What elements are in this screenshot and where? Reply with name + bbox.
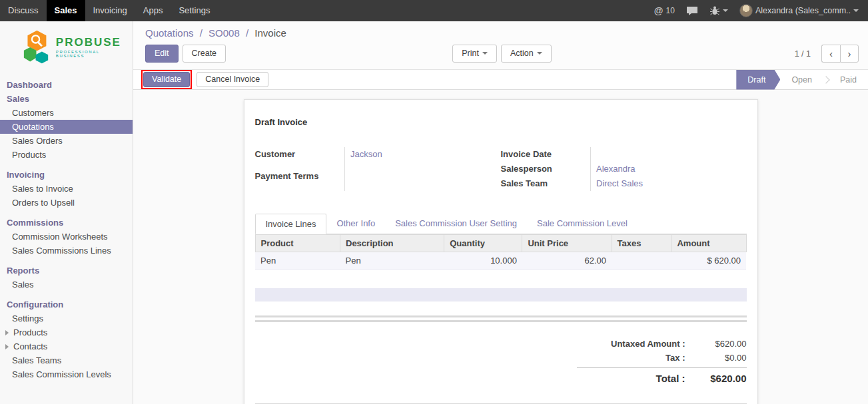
sidebar-item-label: Contacts	[13, 341, 47, 351]
app-menus: Discuss Sales Invoicing Apps Settings	[0, 0, 218, 21]
pager-previous-button[interactable]: ‹	[821, 45, 840, 63]
sidebar-item-label: Products	[13, 327, 47, 337]
separator-line	[255, 315, 747, 317]
sidebar-item-commission-worksheets[interactable]: Commission Worksheets	[0, 230, 133, 244]
table-header-row: Product Description Quantity Unit Price …	[255, 235, 746, 252]
sales-team-value[interactable]: Direct Sales	[596, 178, 643, 188]
customer-value[interactable]: Jackson	[350, 149, 382, 159]
sidebar-header-invoicing[interactable]: Invoicing	[0, 168, 133, 182]
sidebar-item-reports-sales[interactable]: Sales	[0, 278, 133, 292]
cell-unit-price: 62.00	[522, 252, 612, 270]
pager-next-button[interactable]: ›	[840, 45, 859, 63]
sidebar-item-dashboard[interactable]: Dashboard	[0, 78, 133, 92]
sidebar-item-sales-to-invoice[interactable]: Sales to Invoice	[0, 182, 133, 196]
validate-button[interactable]: Validate	[143, 72, 190, 87]
logo-title: PROBUSE	[56, 37, 129, 49]
invoice-sheet: Draft Invoice Customer Jackson Payment T…	[244, 99, 758, 404]
breadcrumb-so008[interactable]: SO008	[209, 27, 240, 39]
notebook-tabs: Invoice Lines Other Info Sales Commissio…	[255, 214, 747, 234]
cancel-invoice-button[interactable]: Cancel Invoice	[197, 72, 268, 87]
activity-menu[interactable]: @ 10	[654, 5, 675, 16]
salesperson-label: Salesperson	[501, 162, 591, 176]
col-header-unit-price[interactable]: Unit Price	[522, 235, 612, 252]
status-step-open[interactable]: Open	[780, 70, 823, 90]
annotation-highlight-box: Validate	[141, 70, 192, 89]
col-header-product[interactable]: Product	[255, 235, 340, 252]
breadcrumb-quotations[interactable]: Quotations	[145, 27, 194, 39]
sidebar-item-sales-teams[interactable]: Sales Teams	[0, 353, 133, 367]
user-menu[interactable]: Alexandra (Sales_comm..	[739, 4, 859, 17]
tab-invoice-lines[interactable]: Invoice Lines	[255, 214, 327, 234]
topbar-systray: @ 10 Alexandra (Sales_comm..	[654, 0, 868, 21]
create-button[interactable]: Create	[183, 45, 226, 63]
invoice-line-row[interactable]: Pen Pen 10.000 62.00 $ 620.00	[255, 252, 746, 270]
menu-apps[interactable]: Apps	[135, 0, 171, 21]
cell-amount: $ 620.00	[671, 252, 746, 270]
menu-discuss[interactable]: Discuss	[0, 0, 47, 21]
breadcrumb-current: Invoice	[254, 27, 286, 39]
sidebar-item-config-products[interactable]: Products	[0, 325, 133, 339]
form-button-bar: Validate Cancel Invoice Draft Open Paid	[133, 70, 868, 90]
field-group-right: Invoice Date Salesperson Alexandra Sales…	[501, 147, 747, 191]
tab-other-info[interactable]: Other Info	[326, 214, 385, 234]
menu-invoicing[interactable]: Invoicing	[85, 0, 135, 21]
user-name: Alexandra (Sales_comm..	[755, 6, 851, 15]
breadcrumb-separator: /	[200, 27, 203, 39]
field-groups: Customer Jackson Payment Terms Invoice D…	[255, 147, 747, 191]
probuse-logo[interactable]: PROBUSE PROFESSIONAL BUSINESS	[0, 21, 133, 72]
caret-down-icon	[853, 9, 859, 15]
sidebar-header-configuration[interactable]: Configuration	[0, 298, 133, 311]
action-dropdown[interactable]: Action	[501, 45, 552, 63]
sidebar-item-customers[interactable]: Customers	[0, 106, 133, 120]
tax-label: Tax :	[665, 353, 685, 363]
sidebar-header-commissions[interactable]: Commissions	[0, 216, 133, 230]
col-header-taxes[interactable]: Taxes	[612, 235, 671, 252]
sidebar-item-settings[interactable]: Settings	[0, 311, 133, 325]
menu-settings[interactable]: Settings	[171, 0, 218, 21]
tab-sales-commission-user-setting[interactable]: Sales Commission User Setting	[385, 214, 527, 234]
control-panel: Quotations / SO008 / Invoice Edit Create…	[133, 21, 868, 70]
cell-taxes	[612, 252, 671, 270]
total-value: $620.00	[685, 373, 747, 384]
caret-down-icon	[482, 52, 488, 57]
status-step-paid[interactable]: Paid	[829, 70, 868, 90]
debug-menu[interactable]	[709, 5, 728, 16]
top-navbar: Discuss Sales Invoicing Apps Settings @ …	[0, 0, 868, 21]
empty-list-stripe	[255, 288, 747, 302]
sidebar-item-sales-commission-levels[interactable]: Sales Commission Levels	[0, 367, 133, 381]
main-area: Quotations / SO008 / Invoice Edit Create…	[133, 21, 868, 404]
col-header-description[interactable]: Description	[340, 235, 444, 252]
untaxed-amount-value: $620.00	[685, 339, 747, 349]
breadcrumb: Quotations / SO008 / Invoice	[145, 27, 859, 39]
col-header-amount[interactable]: Amount	[671, 235, 746, 252]
chat-bubble-icon	[686, 6, 698, 16]
total-label: Total :	[656, 373, 685, 384]
sidebar-item-sales-orders[interactable]: Sales Orders	[0, 134, 133, 148]
customer-label: Customer	[255, 147, 345, 169]
sidebar-item-orders-to-upsell[interactable]: Orders to Upsell	[0, 196, 133, 210]
sidebar-header-reports[interactable]: Reports	[0, 264, 133, 278]
page-body: PROBUSE PROFESSIONAL BUSINESS Dashboard …	[0, 21, 868, 404]
menu-sales[interactable]: Sales	[47, 0, 85, 21]
salesperson-value[interactable]: Alexandra	[596, 164, 636, 174]
sidebar-item-quotations[interactable]: Quotations	[0, 120, 133, 134]
edit-button[interactable]: Edit	[145, 45, 179, 63]
print-dropdown[interactable]: Print	[452, 45, 497, 63]
caret-down-icon	[723, 9, 728, 15]
probuse-logo-icon	[23, 29, 51, 65]
sidebar-item-sales-commissions-lines[interactable]: Sales Commissions Lines	[0, 244, 133, 258]
totals: Untaxed Amount : $620.00 Tax : $0.00 Tot…	[577, 337, 747, 386]
print-label: Print	[462, 49, 479, 58]
logo-text: PROBUSE PROFESSIONAL BUSINESS	[56, 37, 129, 58]
sales-team-label: Sales Team	[501, 176, 591, 191]
col-header-quantity[interactable]: Quantity	[444, 235, 522, 252]
sidebar-header-sales[interactable]: Sales	[0, 92, 133, 106]
tab-sale-commission-level[interactable]: Sale Commission Level	[527, 214, 638, 234]
sidebar-item-config-contacts[interactable]: Contacts	[0, 339, 133, 353]
chevron-right-icon	[5, 330, 11, 335]
status-step-draft[interactable]: Draft	[736, 70, 780, 90]
sidebar-item-products[interactable]: Products	[0, 148, 133, 162]
sidebar-nav: Dashboard Sales Customers Quotations Sal…	[0, 78, 133, 381]
messages-menu[interactable]	[686, 6, 698, 16]
invoice-date-label: Invoice Date	[501, 147, 591, 162]
